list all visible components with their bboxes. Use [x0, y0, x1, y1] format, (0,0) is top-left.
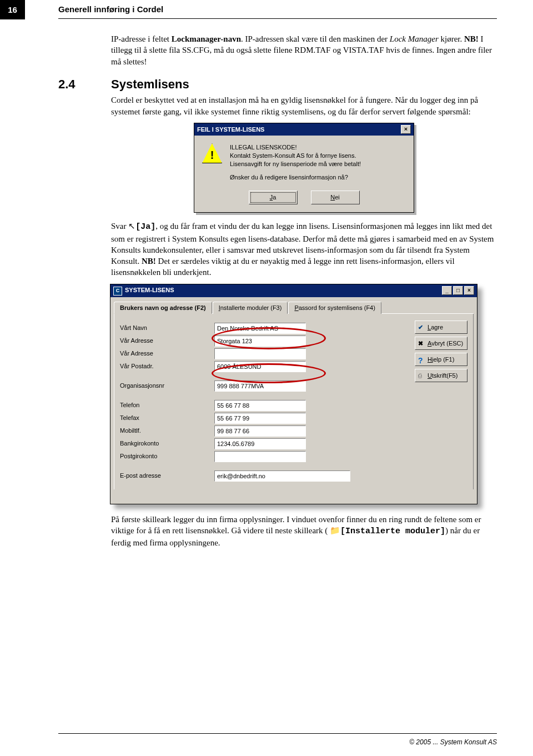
tab-rest: nstallerte moduler (F3)	[220, 304, 282, 311]
dialog-buttons: Ja Nei	[194, 186, 414, 212]
lockmanager-navn: Lockmanager-navn	[172, 34, 241, 43]
dialog1-container: FEIL I SYSTEM-LISENS × ILLEGAL LISENSKOD…	[111, 123, 497, 213]
btn-accel: U	[428, 372, 432, 380]
error-dialog: FEIL I SYSTEM-LISENS × ILLEGAL LISENSKOD…	[194, 123, 414, 213]
hjelp-button[interactable]: Hjelp (F1)	[415, 353, 467, 366]
msg-line: Lisensavgift for ny lisensperiode må vær…	[230, 160, 361, 168]
outro-paragraph: På første skilleark legger du inn firma …	[111, 514, 497, 549]
input-navn[interactable]: Den Norske Bedrift AS	[214, 323, 306, 334]
btn-text: tskrift(F5)	[432, 372, 457, 380]
tab-brukers-navn[interactable]: Brukers navn og adresse (F2)	[114, 302, 212, 314]
system-lisens-window: CSYSTEM-LISENS _ □ × Brukers navn og adr…	[110, 284, 477, 504]
input-postgiro[interactable]	[214, 451, 306, 462]
text: IP-adresse i feltet	[111, 34, 172, 43]
minimize-button[interactable]: _	[442, 286, 452, 295]
no-button[interactable]: Nei	[311, 191, 360, 204]
form: Vårt NavnDen Norske Bedrift AS Vår Adres…	[120, 322, 350, 482]
label-adr2: Vår Adresse	[120, 349, 214, 358]
text: Svar	[111, 222, 128, 231]
btn-rest: ei	[335, 193, 340, 202]
avbryt-button[interactable]: Avbryt (ESC)	[415, 337, 467, 350]
tab-passord[interactable]: Passord for systemlisens (F4)	[288, 302, 381, 314]
maximize-button[interactable]: □	[453, 286, 463, 295]
input-fax[interactable]: 55 66 77 99	[214, 413, 306, 424]
nb-bold: NB!	[142, 257, 156, 266]
nb-bold: NB!	[464, 34, 479, 43]
input-adr2[interactable]	[214, 348, 306, 359]
yes-button[interactable]: Ja	[249, 191, 298, 204]
text: . IP-adressen skal være til den maskinen…	[241, 34, 390, 43]
input-epost[interactable]: erik@dnbedrift.no	[214, 470, 350, 482]
label-bank: Bankgirokonto	[120, 439, 214, 448]
footer-rule	[58, 733, 497, 734]
warning-icon	[202, 143, 222, 163]
btn-accel: N	[330, 193, 335, 202]
section-heading: 2.4 Systemlisens	[58, 76, 497, 93]
torn-edge	[114, 489, 474, 500]
footer-text: © 2005 ... System Konsult AS	[409, 738, 497, 746]
label-post: Vår Postadr.	[120, 362, 214, 371]
section-title: Systemlisens	[111, 76, 189, 93]
input-bank[interactable]: 1234.05.6789	[214, 438, 306, 449]
label-fax: Telefax	[120, 414, 214, 422]
dialog-title-text: FEIL I SYSTEM-LISENS	[197, 126, 264, 134]
input-adr1[interactable]: Storgata 123	[214, 336, 306, 347]
page-number: 16	[0, 0, 25, 19]
label-tlf: Telefon	[120, 401, 214, 409]
window-controls: _ □ ×	[442, 286, 474, 295]
section-intro-paragraph: Cordel er beskyttet ved at en installasj…	[111, 94, 497, 117]
folder-icon: 📁	[330, 526, 340, 535]
tab-rest: assord for systemlisens (F4)	[299, 304, 375, 311]
mid-paragraph: Svar ↖[Ja], og du får fram et vindu der …	[111, 221, 497, 278]
input-tlf[interactable]: 55 66 77 88	[214, 400, 306, 411]
check-icon	[418, 323, 426, 331]
dialog-titlebar: FEIL I SYSTEM-LISENS ×	[194, 123, 414, 136]
msg-line: ILLEGAL LISENSKODE!	[230, 143, 361, 152]
window-title: SYSTEM-LISENS	[125, 287, 174, 293]
title-left: CSYSTEM-LISENS	[113, 286, 174, 296]
btn-accel: A	[428, 339, 431, 348]
btn-rest: a	[273, 193, 276, 202]
tab-accel: P	[294, 304, 298, 311]
btn-text: agre	[431, 323, 443, 332]
input-mob[interactable]: 99 88 77 66	[214, 425, 306, 437]
dialog2-container: CSYSTEM-LISENS _ □ × Brukers navn og adr…	[110, 284, 497, 504]
btn-text: jelp (F1)	[432, 356, 454, 364]
btn-text: vbryt (ESC)	[431, 339, 463, 348]
input-post[interactable]: 6000 ÅLESUND	[214, 361, 306, 372]
input-orgnr[interactable]: 999 888 777MVA	[214, 380, 306, 392]
header-rule	[58, 18, 497, 19]
lagre-button[interactable]: Lagre	[415, 321, 467, 334]
label-navn: Vårt Navn	[120, 324, 214, 332]
installerte-moduler-mono: [Installerte moduler]	[340, 527, 445, 536]
dialog-message: ILLEGAL LISENSKODE! Kontakt System-Konsu…	[230, 143, 361, 182]
tab-bar: Brukers navn og adresse (F2) Installerte…	[114, 301, 474, 314]
label-postgiro: Postgirokonto	[120, 452, 214, 460]
msg-line: Ønsker du å redigere lisensinformasjon n…	[230, 173, 361, 182]
x-icon	[418, 339, 426, 347]
window-titlebar: CSYSTEM-LISENS _ □ ×	[110, 284, 477, 297]
intro-paragraph: IP-adresse i feltet Lockmanager-navn. IP…	[111, 33, 497, 67]
label-adr1: Vår Adresse	[120, 337, 214, 345]
close-button[interactable]: ×	[464, 286, 474, 295]
utskrift-button[interactable]: Utskrift(F5)	[415, 369, 467, 382]
close-button[interactable]: ×	[401, 125, 411, 134]
chapter-title: Generell innføring i Cordel	[58, 4, 163, 14]
lock-manager-italic: Lock Manager	[390, 34, 439, 43]
tab-installerte-moduler[interactable]: Installerte moduler (F3)	[213, 302, 288, 314]
label-orgnr: Organisasjonsnr	[120, 382, 214, 390]
side-buttons: Lagre Avbryt (ESC) Hjelp (F1) Utskrift(F…	[415, 321, 467, 382]
text: kjører.	[439, 34, 464, 43]
dialog-body: ILLEGAL LISENSKODE! Kontakt System-Konsu…	[194, 136, 414, 186]
app-icon: C	[113, 287, 122, 296]
section-number: 2.4	[58, 76, 111, 93]
btn-accel: H	[428, 356, 432, 364]
label-epost: E-post adresse	[120, 472, 214, 480]
cursor-icon: ↖	[128, 222, 135, 231]
ja-mono: [Ja]	[135, 222, 155, 232]
print-icon	[418, 372, 426, 379]
tab-pane: Lagre Avbryt (ESC) Hjelp (F1) Utskrift(F…	[114, 314, 474, 500]
label-mob: Mobiltlf.	[120, 427, 214, 435]
msg-line: Kontakt System-Konsult AS for å fornye l…	[230, 152, 361, 160]
body-content: IP-adresse i feltet Lockmanager-navn. IP…	[111, 33, 497, 548]
